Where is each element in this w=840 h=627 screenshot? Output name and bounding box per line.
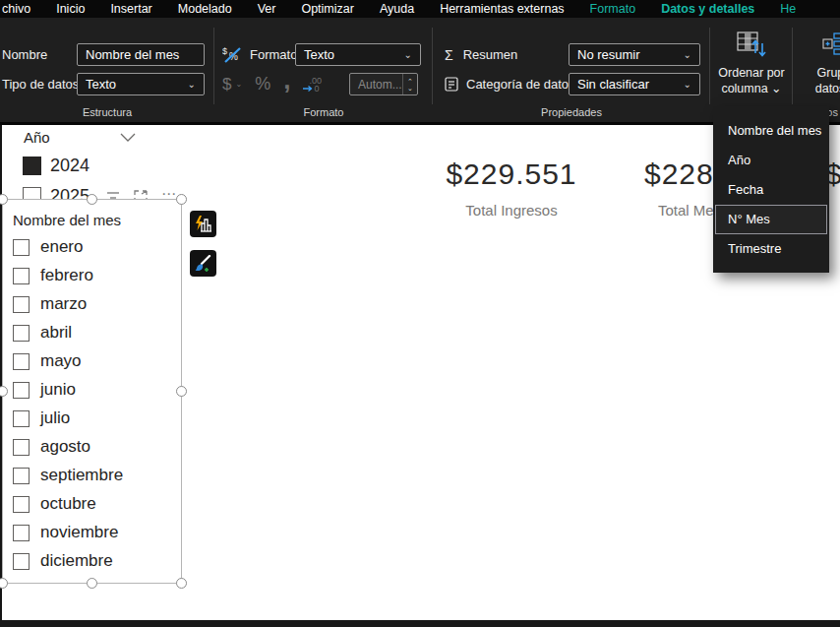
ribbon-group-estructura: Nombre Nombre del mes Tipo de datos Text…: [0, 18, 214, 122]
menu-formato-tab[interactable]: Formato: [577, 2, 649, 16]
month-option-mayo[interactable]: mayo: [13, 351, 177, 371]
sort-option-n-mes[interactable]: N° Mes: [715, 205, 827, 234]
decimal-count-spinner[interactable]: Autom... ⌃⌄: [349, 73, 418, 95]
resize-handle[interactable]: [176, 194, 187, 205]
auto-chart-suggestion-button[interactable]: [190, 211, 216, 237]
chevron-up-icon: ⌃: [407, 78, 413, 85]
currency-format-button[interactable]: $ ⌄: [222, 75, 242, 94]
menu-herramientas-tab-cut[interactable]: He: [767, 2, 809, 16]
propiedades-group-label: Propiedades: [433, 106, 710, 118]
sort-option-ano[interactable]: Año: [715, 145, 827, 174]
month-option-septiembre[interactable]: septiembre: [13, 466, 177, 485]
data-type-value: Texto: [86, 77, 116, 92]
checkbox-unchecked-icon[interactable]: [13, 553, 30, 570]
month-option-marzo[interactable]: marzo: [13, 294, 177, 314]
resize-handle[interactable]: [176, 386, 187, 397]
sort-option-fecha[interactable]: Fecha: [715, 174, 827, 204]
chevron-down-icon: ⌄: [398, 49, 412, 60]
format-select[interactable]: Texto ⌄: [295, 43, 421, 66]
menu-datos-y-detalles-tab[interactable]: Datos y detalles: [648, 2, 767, 16]
chevron-down-icon[interactable]: [120, 133, 136, 142]
resize-handle[interactable]: [87, 578, 97, 589]
checkbox-unchecked-icon[interactable]: [13, 468, 30, 484]
ribbon-group-propiedades: Σ Resumen No resumir ⌄ Cat: [433, 18, 710, 122]
chevron-down-icon: ⌄: [678, 49, 691, 60]
sort-by-column-menu: Nombre del mes Año Fecha N° Mes Trimestr…: [713, 106, 829, 273]
column-name-input[interactable]: Nombre del mes: [77, 43, 205, 66]
menu-ayuda[interactable]: Ayuda: [367, 2, 427, 16]
checkbox-unchecked-icon[interactable]: [13, 496, 30, 513]
checkbox-unchecked-icon[interactable]: [13, 239, 30, 256]
menu-optimizar[interactable]: Optimizar: [288, 2, 366, 16]
checkbox-unchecked-icon[interactable]: [13, 325, 30, 342]
month-label: noviembre: [40, 523, 118, 542]
menu-herramientas-externas[interactable]: Herramientas externas: [427, 2, 576, 16]
formato-label: Formato: [250, 47, 297, 62]
paintbrush-plus-icon: [194, 255, 212, 273]
menu-archivo[interactable]: chivo: [0, 2, 43, 16]
data-groups-label-2: datos ⌄: [815, 82, 840, 95]
formato-group-label: Formato: [214, 106, 433, 118]
format-visual-button[interactable]: [190, 250, 216, 277]
year-option-2024[interactable]: 2024: [16, 156, 136, 176]
month-label: abril: [40, 323, 72, 343]
card-total-ingresos[interactable]: $229.551 Total Ingresos: [423, 157, 600, 219]
checkbox-unchecked-icon[interactable]: [13, 382, 30, 399]
sort-by-column-button[interactable]: Ordenar por columna ⌄: [710, 31, 793, 96]
month-option-octubre[interactable]: octubre: [13, 494, 177, 514]
month-slicer-list: enero febrero marzo abril mayo junio jul…: [13, 237, 177, 571]
menu-modelado[interactable]: Modelado: [165, 2, 245, 16]
card-label: Total Ingresos: [423, 202, 600, 219]
lightning-chart-icon: [194, 216, 212, 232]
nombre-label: Nombre: [2, 47, 47, 62]
checkbox-unchecked-icon[interactable]: [13, 353, 30, 370]
month-option-enero[interactable]: enero: [13, 237, 177, 257]
data-category-select[interactable]: Sin clasificar ⌄: [569, 73, 700, 95]
checkbox-unchecked-icon[interactable]: [13, 410, 30, 427]
checkbox-unchecked-icon[interactable]: [13, 439, 30, 456]
decimal-places-icon[interactable]: .00 0: [303, 77, 322, 93]
checkbox-unchecked-icon[interactable]: [13, 525, 30, 541]
sort-by-column-label-2: columna ⌄: [721, 82, 781, 95]
decimal-count-value: Autom...: [350, 78, 402, 92]
resize-handle[interactable]: [87, 194, 97, 205]
blue-arrow-icon: [303, 85, 314, 93]
month-label: enero: [40, 237, 83, 257]
data-groups-button[interactable]: Grupos datos ⌄: [793, 31, 840, 96]
svg-text:$: $: [222, 46, 227, 56]
checkbox-checked-icon[interactable]: [23, 157, 41, 175]
spinner-arrows[interactable]: ⌃⌄: [402, 74, 417, 94]
resize-handle[interactable]: [0, 386, 8, 397]
data-category-icon: [445, 77, 458, 92]
chevron-down-icon: ⌄: [182, 79, 196, 90]
month-option-junio[interactable]: junio: [13, 380, 177, 400]
resize-handle[interactable]: [0, 194, 8, 205]
sort-option-trimestre[interactable]: Trimestre: [715, 234, 827, 264]
more-options-icon[interactable]: ⋯: [161, 189, 176, 199]
resize-handle[interactable]: [0, 578, 8, 589]
month-option-agosto[interactable]: agosto: [13, 437, 177, 457]
tipo-de-datos-label: Tipo de datos: [2, 77, 79, 92]
month-option-febrero[interactable]: febrero: [13, 266, 177, 285]
thousands-separator-button[interactable]: ,: [283, 75, 290, 85]
decimal-bottom-glyph: 0: [314, 85, 319, 93]
month-option-diciembre[interactable]: diciembre: [13, 551, 177, 571]
format-value: Texto: [304, 47, 334, 62]
month-slicer[interactable]: Nombre del mes enero febrero marzo abril…: [2, 199, 182, 584]
data-type-select[interactable]: Texto ⌄: [77, 73, 205, 95]
menu-inicio[interactable]: Inicio: [43, 2, 97, 16]
checkbox-unchecked-icon[interactable]: [13, 268, 30, 284]
decimal-top-glyph: .00: [303, 77, 322, 85]
month-option-abril[interactable]: abril: [13, 323, 177, 343]
checkbox-unchecked-icon[interactable]: [13, 296, 30, 313]
menu-insertar[interactable]: Insertar: [97, 2, 164, 16]
powerbi-window: chivo Inicio Insertar Modelado Ver Optim…: [0, 0, 840, 627]
month-option-noviembre[interactable]: noviembre: [13, 523, 177, 542]
month-option-julio[interactable]: julio: [13, 408, 177, 428]
resize-handle[interactable]: [176, 578, 187, 589]
summarize-select[interactable]: No resumir ⌄: [569, 43, 700, 66]
percent-format-button[interactable]: %: [255, 74, 270, 94]
sort-by-column-label-1: Ordenar por: [718, 66, 784, 80]
menu-ver[interactable]: Ver: [245, 2, 289, 16]
sort-option-nombre-del-mes[interactable]: Nombre del mes: [715, 115, 827, 145]
